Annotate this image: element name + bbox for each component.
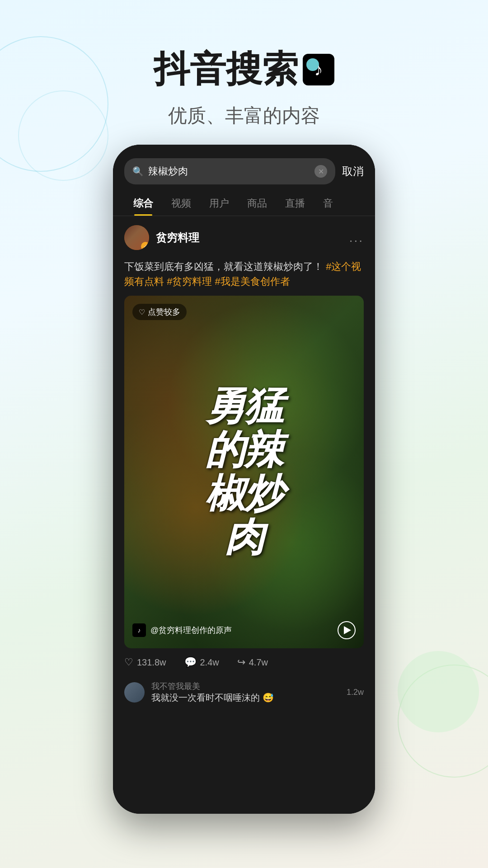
tab-用户[interactable]: 用户 xyxy=(200,191,238,216)
comment-preview-row: 我不管我最美 我就没一次看时不咽唾沫的 😅 1.2w xyxy=(113,676,375,708)
search-cancel-button[interactable]: 取消 xyxy=(342,164,364,179)
comment-content: 我不管我最美 我就没一次看时不咽唾沫的 😅 xyxy=(151,681,340,704)
tab-综合[interactable]: 综合 xyxy=(124,191,162,216)
play-button[interactable] xyxy=(338,621,356,639)
shares-number: 4.7w xyxy=(249,657,268,668)
video-bottom-bar: ♪ @贫穷料理创作的原声 xyxy=(132,621,356,639)
phone-screen: 🔍 辣椒炒肉 ✕ 取消 综合 视频 用户 商品 直播 音 xyxy=(113,145,375,814)
bg-decoration-circle-4 xyxy=(398,651,479,732)
likes-count[interactable]: ♡ 131.8w xyxy=(124,656,166,668)
comment-avatar xyxy=(124,682,145,703)
tiktok-logo-icon: ♪ xyxy=(303,54,334,85)
search-input-container[interactable]: 🔍 辣椒炒肉 ✕ xyxy=(124,158,335,184)
verified-badge: ✓ xyxy=(141,242,149,250)
post-username[interactable]: 贫穷料理 xyxy=(156,231,343,245)
search-query-text: 辣椒炒肉 xyxy=(148,165,310,178)
play-triangle-icon xyxy=(344,626,351,634)
like-icon: ♡ xyxy=(124,656,133,668)
post-header: ✓ 贫穷料理 ... xyxy=(113,216,375,259)
avatar[interactable]: ✓ xyxy=(124,225,149,250)
search-results: ✓ 贫穷料理 ... 下饭菜到底有多凶猛，就看这道辣椒炒肉了！ #这个视频有点料… xyxy=(113,216,375,814)
tab-音[interactable]: 音 xyxy=(314,191,342,216)
likes-badge: ♡ 点赞较多 xyxy=(132,304,187,320)
app-header: 抖音搜索 ♪ 优质、丰富的内容 xyxy=(0,0,488,146)
tab-商品[interactable]: 商品 xyxy=(238,191,276,216)
search-tabs: 综合 视频 用户 商品 直播 音 xyxy=(113,191,375,216)
video-sound-text: @贫穷料理创作的原声 xyxy=(150,625,333,636)
post-description: 下饭菜到底有多凶猛，就看这道辣椒炒肉了！ #这个视频有点料 #贫穷料理 #我是美… xyxy=(113,259,375,296)
comments-count[interactable]: 💬 2.4w xyxy=(184,656,219,668)
search-icon: 🔍 xyxy=(132,166,144,177)
comment-username: 我不管我最美 xyxy=(151,681,340,692)
share-icon: ↪ xyxy=(237,656,245,668)
app-title-row: 抖音搜索 ♪ xyxy=(0,45,488,94)
comments-number: 2.4w xyxy=(200,657,219,668)
video-thumbnail[interactable]: ♡ 点赞较多 勇猛的辣椒炒肉 ♪ @贫穷料理创作的原声 xyxy=(124,296,364,648)
tab-视频[interactable]: 视频 xyxy=(162,191,200,216)
likes-badge-text: 点赞较多 xyxy=(148,307,180,317)
tiktok-mini-icon: ♪ xyxy=(132,623,146,637)
video-big-text: 勇猛的辣椒炒肉 xyxy=(136,384,352,559)
app-title-text: 抖音搜索 xyxy=(154,45,298,94)
comment-count: 1.2w xyxy=(347,688,364,697)
hashtag-3[interactable]: #我是美食创作者 xyxy=(215,276,290,287)
hashtag-2[interactable]: #贫穷料理 xyxy=(167,276,215,287)
search-clear-button[interactable]: ✕ xyxy=(314,165,327,178)
shares-count[interactable]: ↪ 4.7w xyxy=(237,656,268,668)
comment-text: 我就没一次看时不咽唾沫的 😅 xyxy=(151,692,340,704)
phone-mockup: 🔍 辣椒炒肉 ✕ 取消 综合 视频 用户 商品 直播 音 xyxy=(113,145,375,814)
video-text-overlay: 勇猛的辣椒炒肉 xyxy=(136,384,352,559)
likes-number: 131.8w xyxy=(137,657,166,668)
app-subtitle: 优质、丰富的内容 xyxy=(0,103,488,128)
tab-直播[interactable]: 直播 xyxy=(276,191,314,216)
heart-icon: ♡ xyxy=(139,308,145,316)
engagement-bar: ♡ 131.8w 💬 2.4w ↪ 4.7w xyxy=(113,648,375,676)
comment-icon: 💬 xyxy=(184,656,197,668)
post-more-button[interactable]: ... xyxy=(349,231,364,245)
post-desc-text: 下饭菜到底有多凶猛，就看这道辣椒炒肉了！ xyxy=(124,261,323,272)
search-bar: 🔍 辣椒炒肉 ✕ 取消 xyxy=(113,145,375,191)
